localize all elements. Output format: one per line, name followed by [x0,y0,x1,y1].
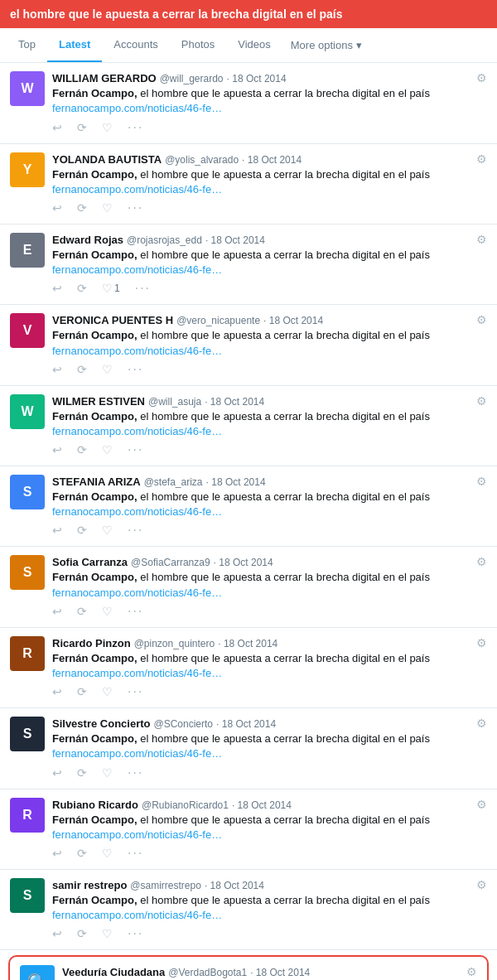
user-name[interactable]: VERONICA PUENTES H [52,314,173,326]
tweet-text: Fernán Ocampo, el hombre que le apuesta … [52,893,487,923]
like-button[interactable]: ♡ [102,685,113,698]
like-button[interactable]: ♡ [102,847,113,860]
more-button[interactable]: ··· [128,362,143,377]
reply-button[interactable]: ↩ [52,524,62,537]
reply-button[interactable]: ↩ [52,927,62,940]
tab-top[interactable]: Top [7,28,47,62]
more-button[interactable]: ··· [135,281,151,296]
gear-icon[interactable]: ⚙ [476,152,487,166]
user-name[interactable]: Edward Rojas [52,234,123,246]
tab-more-options[interactable]: More options ▾ [282,29,370,61]
reply-button[interactable]: ↩ [52,443,62,456]
like-button[interactable]: ♡ 1 [102,282,120,295]
user-name[interactable]: Rubiano Ricardo [52,799,138,811]
user-name[interactable]: Ricardo Pinzon [52,637,131,649]
like-button[interactable]: ♡ [102,201,113,215]
user-handle[interactable]: @will_gerardo [160,73,224,84]
tweet-link[interactable]: fernanocampo.com/noticias/46-fe… [52,747,222,760]
reply-button[interactable]: ↩ [52,766,62,780]
tab-latest[interactable]: Latest [47,28,102,62]
user-name[interactable]: Silvestre Concierto [52,717,151,730]
gear-icon[interactable]: ⚙ [476,71,487,84]
gear-icon[interactable]: ⚙ [476,798,487,811]
retweet-button[interactable]: ⟳ [77,363,87,376]
like-icon: ♡ [102,443,113,456]
retweet-button[interactable]: ⟳ [77,927,87,940]
like-button[interactable]: ♡ [102,443,113,456]
retweet-button[interactable]: ⟳ [77,443,87,456]
tweet-link[interactable]: fernanocampo.com/noticias/46-fe… [52,345,222,357]
more-button[interactable]: ··· [128,442,143,457]
user-name[interactable]: Veeduría Ciudadana [62,966,165,978]
user-handle[interactable]: @vero_nicapuente [176,315,260,326]
retweet-button[interactable]: ⟳ [77,605,87,618]
user-handle[interactable]: @will_asuja [148,396,201,408]
gear-icon[interactable]: ⚙ [466,965,477,978]
retweet-button[interactable]: ⟳ [77,766,87,780]
gear-icon[interactable]: ⚙ [476,313,487,326]
tweet-link[interactable]: fernanocampo.com/noticias/46-fe… [52,183,222,196]
tweet-link[interactable]: fernanocampo.com/noticias/46-fe… [52,828,222,841]
reply-button[interactable]: ↩ [52,847,62,860]
like-button[interactable]: ♡ [102,605,113,618]
gear-icon[interactable]: ⚙ [476,233,487,246]
tweet-link[interactable]: fernanocampo.com/noticias/46-fe… [52,667,222,679]
tweet-link[interactable]: fernanocampo.com/noticias/46-fe… [52,263,222,276]
user-handle[interactable]: @RubianoRicardo1 [142,799,229,811]
reply-button[interactable]: ↩ [52,605,62,618]
user-handle[interactable]: @SConcierto [154,718,214,730]
reply-button[interactable]: ↩ [52,685,62,698]
like-button[interactable]: ♡ [102,524,113,537]
like-button[interactable]: ♡ [102,121,113,134]
tweet-link[interactable]: fernanocampo.com/noticias/46-fe… [52,587,222,599]
gear-icon[interactable]: ⚙ [476,717,487,730]
tab-videos[interactable]: Videos [226,28,282,62]
user-name[interactable]: STEFANIA ARIZA [52,476,141,488]
user-handle[interactable]: @VerdadBogota1 [168,967,247,978]
user-name[interactable]: YOLANDA BAUTISTA [52,153,162,166]
gear-icon[interactable]: ⚙ [476,878,487,891]
more-button[interactable]: ··· [128,926,143,941]
like-button[interactable]: ♡ [102,927,113,940]
retweet-button[interactable]: ⟳ [77,524,87,537]
user-name[interactable]: WILMER ESTIVEN [52,395,145,408]
tab-photos[interactable]: Photos [170,28,226,62]
user-handle[interactable]: @yolis_alvarado [165,154,239,166]
gear-icon[interactable]: ⚙ [476,394,487,408]
reply-button[interactable]: ↩ [52,282,62,295]
like-button[interactable]: ♡ [102,766,113,780]
retweet-button[interactable]: ⟳ [77,201,87,215]
tweet-link[interactable]: fernanocampo.com/noticias/46-fe… [52,505,222,518]
gear-icon[interactable]: ⚙ [476,475,487,488]
tweet-item: S STEFANIA ARIZA @stefa_ariza · 18 Oct 2… [0,466,497,547]
retweet-button[interactable]: ⟳ [77,282,87,295]
more-button[interactable]: ··· [128,120,143,135]
tab-accounts[interactable]: Accounts [102,28,169,62]
like-button[interactable]: ♡ [102,363,113,376]
user-handle[interactable]: @stefa_ariza [144,476,203,488]
more-button[interactable]: ··· [128,523,143,538]
retweet-button[interactable]: ⟳ [77,685,87,698]
user-name[interactable]: samir restrepo [52,879,127,891]
reply-button[interactable]: ↩ [52,121,62,134]
tweet-link[interactable]: fernanocampo.com/noticias/46-fe… [52,425,222,437]
more-button[interactable]: ··· [128,765,143,780]
user-handle[interactable]: @rojasrojas_edd [127,234,202,246]
more-button[interactable]: ··· [128,846,143,861]
gear-icon[interactable]: ⚙ [476,636,487,649]
user-handle[interactable]: @SofiaCarranza9 [131,557,210,568]
user-name[interactable]: Sofia Carranza [52,556,128,568]
gear-icon[interactable]: ⚙ [476,555,487,568]
reply-button[interactable]: ↩ [52,201,62,215]
user-handle[interactable]: @pinzon_quintero [134,638,215,649]
user-handle[interactable]: @samirrestrepo [130,880,201,891]
more-button[interactable]: ··· [128,684,143,699]
more-button[interactable]: ··· [128,200,143,215]
reply-button[interactable]: ↩ [52,363,62,376]
tweet-link[interactable]: fernanocampo.com/noticias/46-fe… [52,102,222,114]
retweet-button[interactable]: ⟳ [77,121,87,134]
user-name[interactable]: WILLIAM GERARDO [52,72,157,84]
tweet-link[interactable]: fernanocampo.com/noticias/46-fe… [52,909,222,921]
more-button[interactable]: ··· [128,604,143,619]
retweet-button[interactable]: ⟳ [77,847,87,860]
